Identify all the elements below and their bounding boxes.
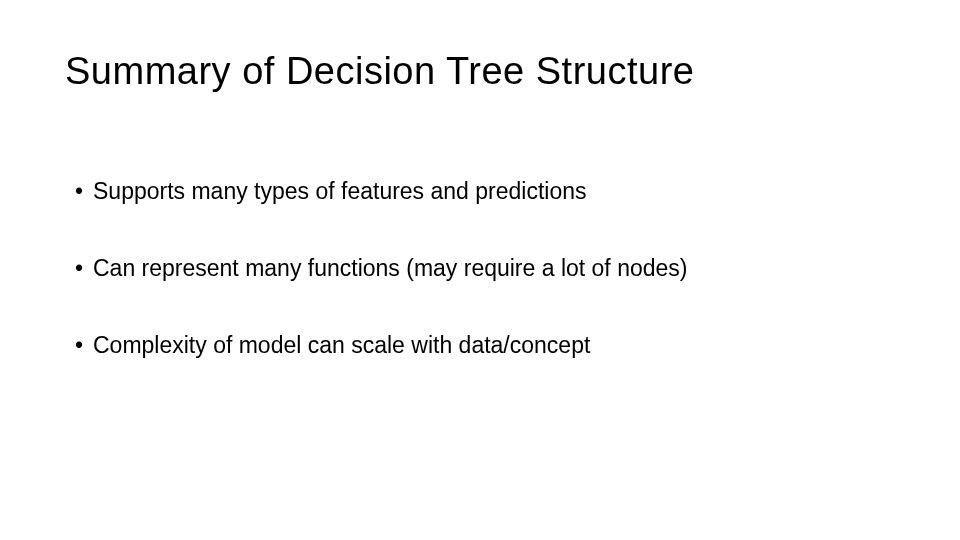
list-item: Supports many types of features and pred… bbox=[75, 178, 895, 205]
slide-title: Summary of Decision Tree Structure bbox=[65, 50, 895, 93]
list-item: Complexity of model can scale with data/… bbox=[75, 332, 895, 359]
list-item: Can represent many functions (may requir… bbox=[75, 255, 895, 282]
bullet-list: Supports many types of features and pred… bbox=[65, 178, 895, 359]
